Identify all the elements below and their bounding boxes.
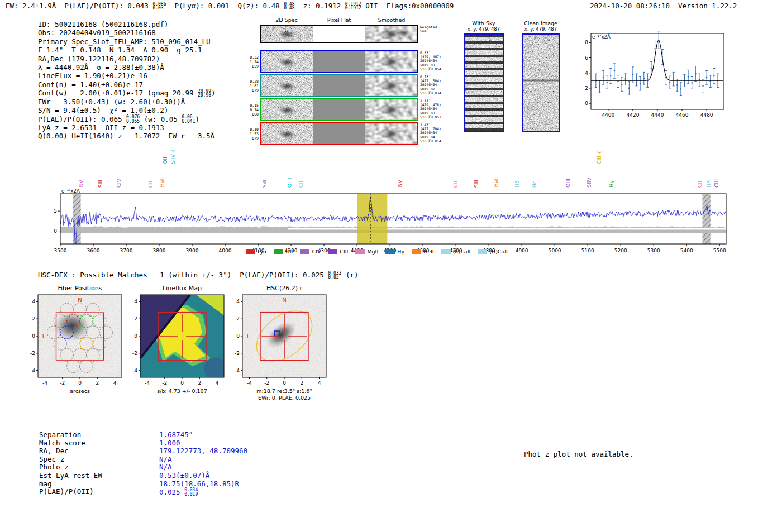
legend-item: Lyα xyxy=(246,248,266,255)
table-row: P(LAE)/P(OII)0.025 0.0340.019 xyxy=(39,488,247,496)
svg-text:2: 2 xyxy=(300,380,303,386)
emission-line-label: SiII xyxy=(261,180,268,188)
table-row: Photo zN/A xyxy=(39,463,247,472)
emission-line-label: Hγ xyxy=(608,180,614,188)
svg-text:0: 0 xyxy=(236,333,240,339)
svg-text:4: 4 xyxy=(236,299,240,304)
info-line: S/N = 9.4(±0.5) χ² = 1.0(±0.2) xyxy=(38,106,216,114)
svg-text:-4: -4 xyxy=(235,368,240,373)
emission-line-label: CII xyxy=(298,181,304,188)
emission-line-label: HeII xyxy=(159,177,165,188)
info-line: Obs: 20240404v019_5002116168 xyxy=(38,28,216,37)
svg-text:-2: -2 xyxy=(235,351,240,356)
svg-text:4900: 4900 xyxy=(516,248,528,253)
info-line: EWr = 3.50(±0.43) (w: 2.60(±0.30))Å xyxy=(38,98,216,106)
legend-item: CIV xyxy=(300,248,321,255)
svg-text:0: 0 xyxy=(134,333,137,339)
table-row: Match score1.000 xyxy=(39,439,247,448)
svg-text:e⁻¹⁷x2Å: e⁻¹⁷x2Å xyxy=(592,33,611,40)
svg-text:5400: 5400 xyxy=(680,248,693,253)
svg-text:E: E xyxy=(247,333,250,339)
elixer-report-page: EW: 2.4±1.9Å P(LAE)/P(OII): 0.043 0.0860… xyxy=(0,0,782,532)
svg-text:4: 4 xyxy=(113,380,117,386)
svg-text:4420: 4420 xyxy=(626,112,639,118)
svg-text:4000: 4000 xyxy=(219,248,232,253)
svg-text:4: 4 xyxy=(134,299,137,304)
emission-line-label: CII xyxy=(452,181,459,188)
info-line: F=1.4" T=0.148 N=1.34 A=0.90 g=25.1 xyxy=(38,46,216,54)
table-row: Separation1.68745" xyxy=(39,431,247,439)
svg-text:HSC(26.2) r: HSC(26.2) r xyxy=(266,285,303,292)
col-header-2dspec: 2D Spec xyxy=(260,17,313,23)
svg-text:N: N xyxy=(282,297,286,303)
legend-item: OII xyxy=(274,248,293,255)
spec2d-row: 0.150.740601.11"(479, 478)20240404v019_0… xyxy=(249,98,441,121)
svg-text:3700: 3700 xyxy=(120,248,133,253)
svg-text:-4: -4 xyxy=(30,368,35,373)
line-labels: NVSiIICIVCIIHeIIOIISiIV {SiIIOI {CIINVCI… xyxy=(49,146,733,189)
clean-image-image xyxy=(522,33,560,132)
emission-line-label: CII xyxy=(147,181,154,188)
fiber-positions-panel: Fiber PositionsNE-4-4-2-2002244arcsecs xyxy=(18,284,130,403)
info-line: Cont(w) = 2.00(±0.01)e-17 (gmag 20.99 20… xyxy=(38,89,216,98)
svg-text:0: 0 xyxy=(54,228,57,234)
emission-line-label: Hε xyxy=(531,181,537,188)
spec2d-row: 0.101.530791.43"(477, 704)20240404v019_0… xyxy=(249,122,441,145)
svg-text:3500: 3500 xyxy=(54,248,67,253)
svg-text:3600: 3600 xyxy=(87,248,100,253)
svg-text:4400: 4400 xyxy=(602,112,614,118)
hsc-dex-line: HSC-DEX : Possible Matches = 1 (within +… xyxy=(38,271,358,280)
spec2d-row: WeightedSum xyxy=(249,25,437,43)
with-sky-coords: x, y: 479, 487 xyxy=(461,26,506,32)
svg-text:5: 5 xyxy=(54,208,57,214)
info-line: LyA z = 2.6531 OII z = 0.1913 xyxy=(38,123,216,132)
svg-text:8: 8 xyxy=(585,40,588,45)
clean-image-coords: x, y: 479, 487 xyxy=(518,26,563,32)
table-row: mag18.75(18.66,18.85)R xyxy=(39,480,247,488)
svg-text:-2: -2 xyxy=(162,380,167,386)
table-row: Est LyA rest-EW0.53(±0.07)Å xyxy=(39,472,247,480)
info-block: ID: 5002116168 (5002116168.pdf)Obs: 2024… xyxy=(38,20,216,141)
svg-text:2: 2 xyxy=(236,316,240,322)
svg-text:EWr: 0. PLAE: 0.025: EWr: 0. PLAE: 0.025 xyxy=(258,395,311,401)
svg-text:4: 4 xyxy=(318,380,321,386)
svg-text:2: 2 xyxy=(32,316,35,322)
emission-line-label: SiII xyxy=(473,180,479,188)
svg-text:5500: 5500 xyxy=(713,248,726,253)
emission-line-label: NV xyxy=(397,180,403,188)
info-line: Primary Spec_Slot_IFU_AMP: 510_096_014_L… xyxy=(38,37,216,46)
svg-text:4440: 4440 xyxy=(651,112,664,118)
svg-text:3900: 3900 xyxy=(186,248,199,253)
svg-text:Lineflux Map: Lineflux Map xyxy=(163,285,202,292)
svg-text:m:18.7 re:3.5" s:1.6": m:18.7 re:3.5" s:1.6" xyxy=(256,388,312,394)
info-line: Cont(n) = 1.40(±0.06)e-17 xyxy=(38,80,216,89)
emission-line-label: OI { xyxy=(287,177,293,188)
info-line: RA,Dec (179.122116,48.709782) xyxy=(38,55,216,63)
svg-text:s/b: 4.73 +/- 0.107: s/b: 4.73 +/- 0.107 xyxy=(157,388,207,394)
clean-image-streak xyxy=(523,79,559,82)
svg-text:4460: 4460 xyxy=(676,112,689,118)
svg-text:-2: -2 xyxy=(264,380,269,386)
svg-text:N: N xyxy=(78,297,82,303)
emission-line-label: CIII { xyxy=(596,151,602,164)
svg-text:0: 0 xyxy=(78,380,82,386)
clean-image-panel: Clean Image x, y: 479, 487 xyxy=(518,20,563,132)
emission-line-label: CIII xyxy=(713,179,719,188)
emission-line-label: OIII xyxy=(565,179,571,188)
col-header-smoothed: Smoothed xyxy=(365,17,418,23)
emission-line-label: OII xyxy=(162,157,168,164)
svg-text:3800: 3800 xyxy=(153,248,166,253)
emission-line-label: NV xyxy=(78,180,84,188)
svg-text:2: 2 xyxy=(96,380,99,386)
with-sky-panel: With Sky x, y: 479, 487 xyxy=(461,20,506,132)
legend-item: CIII xyxy=(328,248,348,255)
svg-text:-2: -2 xyxy=(132,351,137,356)
info-line: P(LAE)/P(OII): 0.065 0.0760.055 (w: 0.05… xyxy=(38,115,216,124)
svg-text:4: 4 xyxy=(32,299,35,304)
legend-item: (H)CaII xyxy=(478,248,508,255)
info-line: ID: 5002116168 (5002116168.pdf) xyxy=(38,20,216,28)
emission-line-label: CIV xyxy=(116,179,122,188)
svg-text:E: E xyxy=(42,333,46,339)
sky-stripes xyxy=(465,35,503,131)
svg-text:e⁻¹⁷x2Å: e⁻¹⁷x2Å xyxy=(61,189,80,194)
